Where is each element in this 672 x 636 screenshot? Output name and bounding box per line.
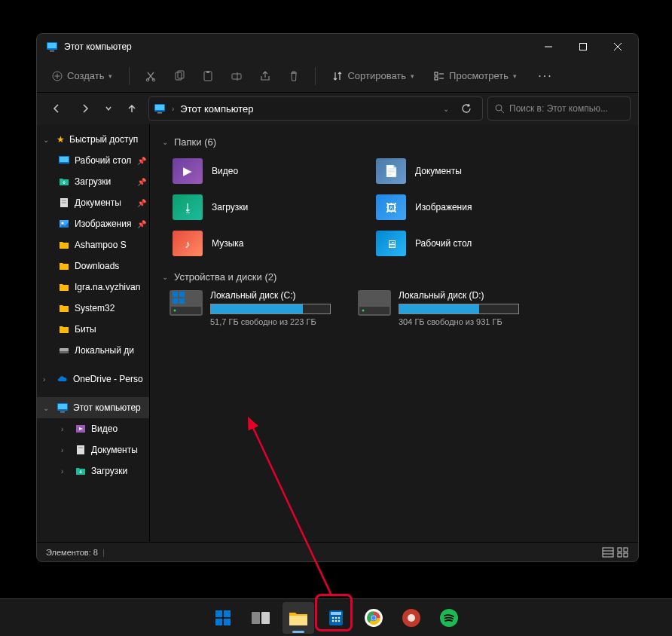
folder-icon: 🖼 — [376, 194, 406, 220]
svg-rect-2 — [50, 50, 54, 52]
svg-point-33 — [62, 222, 64, 225]
svg-rect-18 — [435, 72, 438, 75]
folder-name: Загрузки — [212, 202, 248, 213]
copy-button[interactable] — [167, 64, 191, 88]
drive-icon — [358, 290, 391, 316]
sidebar-item[interactable]: Ashampoo S — [37, 234, 149, 255]
svg-point-70 — [335, 619, 338, 622]
sidebar-item[interactable]: Igra.na.vyzhivan — [37, 277, 149, 298]
folder-icon: ⭳ — [173, 194, 203, 220]
sidebar-item[interactable]: Загрузки📌 — [37, 171, 149, 192]
chevron-down-icon: ⌄ — [162, 273, 168, 281]
this-pc-icon — [57, 402, 69, 414]
folder-item[interactable]: ♪ Музыка — [170, 228, 358, 259]
folder-item[interactable]: ▶ Видео — [170, 155, 358, 187]
chrome-taskbar-button[interactable] — [358, 602, 389, 634]
svg-rect-58 — [215, 610, 222, 617]
recent-button[interactable] — [102, 96, 115, 121]
back-button[interactable] — [44, 96, 69, 121]
sidebar-item-label: Рабочий стол — [75, 155, 133, 166]
folder-icon — [58, 154, 70, 167]
drive-item[interactable]: Локальный диск (C:) 51,7 ГБ свободно из … — [170, 290, 331, 326]
svg-rect-65 — [331, 612, 341, 615]
sidebar-item[interactable]: › Загрузки — [37, 460, 149, 482]
forward-button[interactable] — [73, 96, 97, 121]
create-button[interactable]: Создать ▾ — [44, 66, 120, 86]
app-taskbar-button[interactable] — [396, 602, 427, 634]
delete-button[interactable] — [282, 64, 306, 88]
sidebar-quick-access[interactable]: ⌄ ★ Быстрый доступ — [37, 129, 149, 150]
folder-icon — [75, 444, 87, 456]
details-view-button[interactable] — [602, 547, 614, 558]
main-content[interactable]: ⌄ Папки (6) ▶ Видео 📄 Документы ⭳ Загруз… — [150, 124, 638, 542]
svg-line-26 — [501, 110, 504, 113]
sidebar-item[interactable]: Документы📌 — [37, 192, 149, 213]
rename-button[interactable] — [225, 64, 249, 88]
svg-rect-62 — [252, 612, 260, 624]
sidebar-item[interactable]: Рабочий стол📌 — [37, 150, 149, 171]
svg-rect-59 — [224, 610, 231, 617]
sidebar-item-label: Загрузки — [75, 176, 133, 187]
titlebar[interactable]: Этот компьютер — [37, 34, 638, 60]
chevron-down-icon: ⌄ — [162, 138, 168, 146]
folder-name: Видео — [212, 166, 238, 176]
drive-item[interactable]: Локальный диск (D:) 304 ГБ свободно из 9… — [358, 290, 519, 326]
sidebar-item-label: Ashampoo S — [75, 240, 146, 250]
cloud-icon — [57, 373, 69, 385]
svg-point-75 — [371, 616, 375, 619]
maximize-button[interactable] — [566, 35, 600, 59]
view-button[interactable]: Просмотреть ▾ — [426, 66, 524, 86]
sort-button[interactable]: Сортировать ▾ — [325, 66, 422, 86]
sidebar-item[interactable]: Локальный ди — [37, 340, 149, 361]
paste-button[interactable] — [196, 64, 220, 88]
sidebar-item[interactable]: System32 — [37, 298, 149, 319]
task-view-button[interactable] — [245, 602, 276, 634]
sidebar-item[interactable]: › Документы — [37, 439, 149, 460]
pin-icon: 📌 — [137, 178, 146, 186]
sidebar-item[interactable]: Биты — [37, 319, 149, 340]
svg-rect-50 — [603, 548, 613, 557]
sidebar-item[interactable]: Downloads — [37, 255, 149, 277]
svg-rect-44 — [173, 298, 178, 304]
sidebar-onedrive[interactable]: › OneDrive - Perso — [37, 368, 149, 390]
sidebar-item-label: Локальный ди — [75, 345, 146, 356]
more-button[interactable]: ··· — [533, 64, 557, 88]
folder-icon — [58, 302, 70, 314]
chevron-right-icon: › — [61, 467, 70, 475]
up-button[interactable] — [120, 96, 144, 121]
sidebar-this-pc[interactable]: ⌄ Этот компьютер — [37, 397, 149, 418]
folder-item[interactable]: ⭳ Загрузки — [170, 191, 358, 223]
refresh-button[interactable] — [455, 103, 478, 114]
sidebar-item[interactable]: › Видео — [37, 418, 149, 439]
svg-rect-63 — [261, 612, 270, 624]
close-button[interactable] — [600, 35, 635, 59]
calculator-taskbar-button[interactable] — [320, 602, 352, 634]
start-button[interactable] — [207, 602, 239, 634]
folder-name: Музыка — [212, 238, 243, 249]
folder-icon: ♪ — [173, 231, 203, 256]
sidebar-item-label: Документы — [75, 197, 133, 208]
folders-section-header[interactable]: ⌄ Папки (6) — [162, 136, 626, 148]
chevron-down-icon[interactable]: ⌄ — [443, 105, 449, 113]
drive-free-text: 304 ГБ свободно из 931 ГБ — [399, 317, 519, 326]
folder-item[interactable]: 🖥 Рабочий стол — [373, 228, 561, 259]
file-explorer-taskbar-button[interactable] — [283, 602, 314, 634]
chevron-down-icon: ⌄ — [43, 404, 52, 412]
folder-icon: ▶ — [173, 158, 203, 184]
cut-button[interactable] — [139, 64, 163, 88]
drives-section-header[interactable]: ⌄ Устройства и диски (2) — [162, 271, 626, 283]
spotify-taskbar-button[interactable] — [433, 602, 465, 634]
icons-view-button[interactable] — [617, 547, 629, 558]
chevron-right-icon: › — [43, 375, 52, 384]
this-pc-icon — [46, 41, 58, 53]
address-bar[interactable]: › Этот компьютер ⌄ — [148, 96, 483, 121]
folder-name: Документы — [415, 166, 462, 176]
minimize-button[interactable] — [531, 35, 566, 59]
folder-item[interactable]: 📄 Документы — [373, 155, 561, 187]
folder-item[interactable]: 🖼 Изображения — [373, 191, 561, 223]
search-input[interactable]: Поиск в: Этот компью... — [487, 96, 631, 121]
folder-icon — [58, 239, 70, 251]
share-button[interactable] — [253, 64, 277, 88]
sidebar-item[interactable]: Изображения📌 — [37, 213, 149, 234]
address-path: Этот компьютер — [180, 103, 437, 115]
